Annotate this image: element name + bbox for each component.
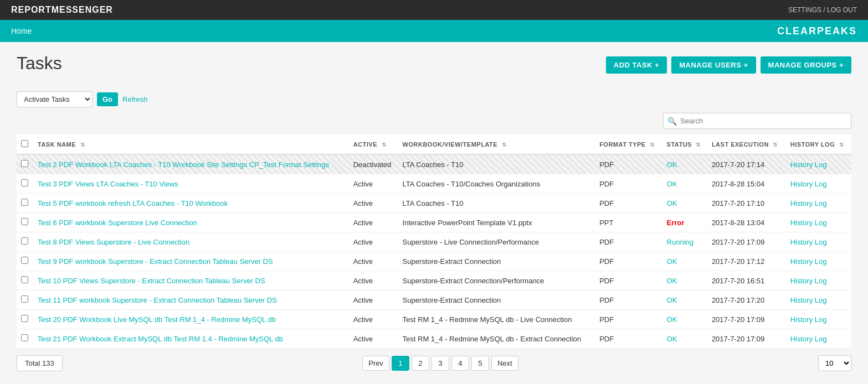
row-task-name: Test 9 PDF workbook Superstore - Extract…: [33, 252, 349, 271]
row-format-type: PDF: [595, 271, 662, 290]
manage-users-button[interactable]: MANAGE USERS +: [671, 56, 756, 74]
settings-logout-link[interactable]: SETTINGS / LOG OUT: [788, 6, 857, 14]
history-log-link-6[interactable]: History Log: [790, 277, 827, 285]
row-last-execution: 2017-8-28 13:04: [707, 213, 786, 232]
go-button[interactable]: Go: [97, 92, 118, 106]
home-link[interactable]: Home: [11, 27, 32, 35]
row-status: Error: [662, 213, 707, 232]
row-active: Active: [349, 329, 398, 349]
pagination-bar: Total 133 Prev 1 2 3 4 5 Next 10 25 50 1…: [17, 349, 851, 378]
row-format-type: PDF: [595, 252, 662, 271]
row-status: OK: [662, 174, 707, 194]
row-checkbox-cell: [17, 232, 33, 252]
sort-task-name-icon[interactable]: ⇅: [80, 142, 85, 148]
row-format-type: PPT: [595, 213, 662, 232]
task-name-link-4[interactable]: Test 8 PDF Views Superstore - Live Conne…: [38, 238, 189, 246]
brand-logo: CLEARPEAKS: [777, 25, 857, 37]
sort-active-icon[interactable]: ⇅: [382, 142, 387, 148]
task-name-link-5[interactable]: Test 9 PDF workbook Superstore - Extract…: [38, 257, 273, 266]
table-row: Test 6 PDF workbook Superstore Live Conn…: [17, 213, 851, 232]
row-last-execution: 2017-7-20 16:51: [707, 271, 786, 290]
task-name-link-1[interactable]: Test 3 PDF Views LTA Coaches - T10 Views: [38, 180, 178, 188]
per-page-select[interactable]: 10 25 50 100: [818, 355, 851, 371]
pagination-controls: Prev 1 2 3 4 5 Next: [362, 356, 518, 371]
main-content: Tasks ADD TASK + MANAGE USERS + MANAGE G…: [0, 42, 868, 384]
row-status: OK: [662, 271, 707, 290]
history-log-link-8[interactable]: History Log: [790, 315, 827, 324]
row-checkbox-7[interactable]: [21, 295, 28, 303]
row-format-type: PDF: [595, 154, 662, 174]
row-history-log: History Log: [786, 271, 851, 290]
table-row: Test 9 PDF workbook Superstore - Extract…: [17, 252, 851, 271]
page-4-button[interactable]: 4: [451, 356, 469, 371]
row-task-name: Test 3 PDF Views LTA Coaches - T10 Views: [33, 174, 349, 194]
row-checkbox-0[interactable]: [21, 160, 28, 167]
refresh-link[interactable]: Refresh: [122, 95, 148, 103]
history-log-link-1[interactable]: History Log: [790, 180, 827, 188]
sort-workbook-icon[interactable]: ⇅: [502, 142, 507, 148]
row-workbook: Superstore-Extract Connection: [398, 252, 595, 271]
col-status: STATUS ⇅: [662, 134, 707, 154]
row-checkbox-cell: [17, 213, 33, 232]
history-log-link-4[interactable]: History Log: [790, 238, 827, 246]
col-format-type: FORMAT TYPE ⇅: [595, 134, 662, 154]
row-history-log: History Log: [786, 310, 851, 329]
task-name-link-0[interactable]: Test 2 PDF Workbook LTA Coaches - T10 Wo…: [38, 160, 329, 169]
row-history-log: History Log: [786, 252, 851, 271]
task-name-link-2[interactable]: Test 5 PDF workbook refresh LTA Coaches …: [38, 199, 228, 207]
row-last-execution: 2017-7-20 17:20: [707, 290, 786, 310]
row-checkbox-3[interactable]: [21, 218, 28, 225]
row-status: OK: [662, 310, 707, 329]
row-checkbox-2[interactable]: [21, 199, 28, 206]
history-log-link-0[interactable]: History Log: [790, 160, 827, 169]
row-checkbox-9[interactable]: [21, 334, 28, 341]
page-1-button[interactable]: 1: [392, 356, 409, 371]
page-3-button[interactable]: 3: [432, 356, 449, 371]
history-log-link-9[interactable]: History Log: [790, 335, 827, 343]
row-workbook: Test RM 1_4 - Redmine MySQL db - Live Co…: [398, 310, 595, 329]
activate-tasks-select[interactable]: Activate Tasks Deactivate Tasks Delete T…: [17, 91, 93, 107]
page-title: Tasks: [17, 53, 62, 74]
row-checkbox-5[interactable]: [21, 257, 28, 264]
row-checkbox-6[interactable]: [21, 276, 28, 283]
row-history-log: History Log: [786, 213, 851, 232]
row-last-execution: 2017-7-20 17:12: [707, 252, 786, 271]
history-log-link-5[interactable]: History Log: [790, 257, 827, 266]
row-last-execution: 2017-8-28 15:04: [707, 174, 786, 194]
sort-status-icon[interactable]: ⇅: [696, 142, 701, 148]
row-history-log: History Log: [786, 174, 851, 194]
row-last-execution: 2017-7-20 17:10: [707, 194, 786, 213]
row-task-name: Test 6 PDF workbook Superstore Live Conn…: [33, 213, 349, 232]
row-active: Active: [349, 232, 398, 252]
row-history-log: History Log: [786, 290, 851, 310]
history-log-link-2[interactable]: History Log: [790, 199, 827, 207]
row-checkbox-4[interactable]: [21, 237, 28, 245]
page-5-button[interactable]: 5: [471, 356, 489, 371]
search-input[interactable]: [663, 113, 851, 129]
sort-format-icon[interactable]: ⇅: [650, 142, 655, 148]
row-status: OK: [662, 290, 707, 310]
top-bar: REPORTMESSENGER SETTINGS / LOG OUT: [0, 0, 868, 20]
sort-execution-icon[interactable]: ⇅: [773, 142, 778, 148]
history-log-link-7[interactable]: History Log: [790, 296, 827, 304]
row-checkbox-8[interactable]: [21, 315, 28, 322]
row-checkbox-cell: [17, 252, 33, 271]
row-workbook: Test RM 1_4 - Redmine MySQL db - Extract…: [398, 329, 595, 349]
task-name-link-6[interactable]: Test 10 PDF Views Superstore - Extract C…: [38, 277, 265, 285]
add-task-button[interactable]: ADD TASK +: [606, 56, 667, 74]
page-2-button[interactable]: 2: [412, 356, 429, 371]
select-all-checkbox[interactable]: [21, 140, 28, 147]
prev-page-button[interactable]: Prev: [362, 356, 389, 371]
task-name-link-8[interactable]: Test 20 PDF Workbook Live MySQL db Test …: [38, 315, 276, 324]
row-last-execution: 2017-7-20 17:09: [707, 329, 786, 349]
history-log-link-3[interactable]: History Log: [790, 219, 827, 227]
row-checkbox-1[interactable]: [21, 179, 28, 186]
manage-groups-button[interactable]: MANAGE GROUPS +: [761, 56, 851, 74]
task-name-link-9[interactable]: Test 21 PDF Workbook Extract MySQL db Te…: [38, 335, 283, 343]
nav-bar: Home CLEARPEAKS: [0, 20, 868, 42]
task-name-link-3[interactable]: Test 6 PDF workbook Superstore Live Conn…: [38, 219, 197, 227]
next-page-button[interactable]: Next: [491, 356, 518, 371]
task-name-link-7[interactable]: Test 11 PDF workbook Superstore - Extrac…: [38, 296, 277, 304]
row-checkbox-cell: [17, 290, 33, 310]
sort-history-icon[interactable]: ⇅: [839, 142, 844, 148]
